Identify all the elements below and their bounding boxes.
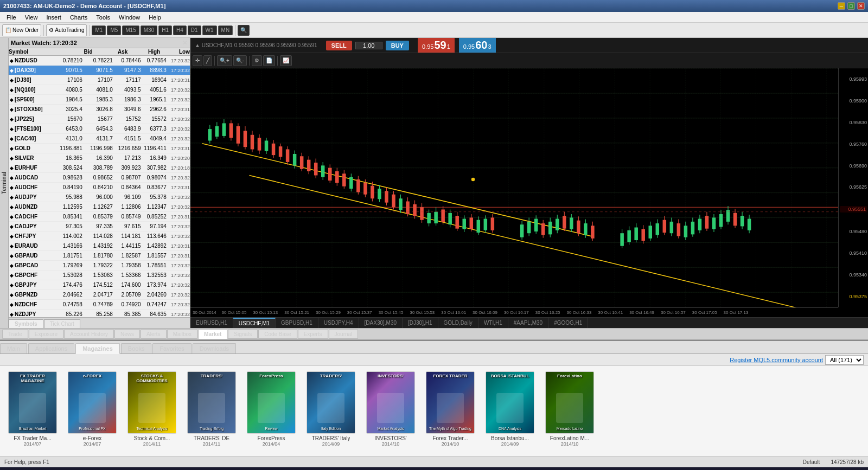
menu-item-charts[interactable]: Charts bbox=[66, 12, 92, 23]
market-watch-row[interactable]: ◆ AUDCAD 0.98628 0.98652 0.98707 0.98074… bbox=[9, 173, 190, 183]
market-watch-row[interactable]: ◆ [DAX30] 9070.5 9071.5 9147.3 8898.3 17… bbox=[9, 66, 190, 75]
zoom-in-tool[interactable]: 🔍+ bbox=[217, 55, 232, 66]
market-watch-row[interactable]: ◆ GOLD 1196.881 1196.998 1216.659 1196.4… bbox=[9, 144, 190, 153]
mw-tab-tick[interactable]: Tick Chart bbox=[44, 319, 80, 328]
magazine-item[interactable]: e-FOREX Professional FX e-Forex2014/07 bbox=[65, 371, 119, 451]
market-watch-row[interactable]: ◆ NZDJPY 85.226 85.258 85.385 84.635 17:… bbox=[9, 310, 190, 317]
bottom-tab-applications[interactable]: Applications bbox=[28, 343, 74, 353]
market-watch-row[interactable]: ◆ [DJ30] 17106 17107 17117 16904 17:20:3… bbox=[9, 75, 190, 85]
maximize-button[interactable]: □ bbox=[847, 2, 855, 10]
magazine-item[interactable]: TRADERS' Trading-Erfolg TRADERS' DE2014/… bbox=[184, 371, 239, 451]
sell-button[interactable]: SELL bbox=[326, 41, 352, 50]
nav-tab-mailbox[interactable]: Mailbox bbox=[167, 329, 197, 339]
register-link[interactable]: Register MQL5.community account bbox=[730, 357, 823, 363]
market-watch-row[interactable]: ◆ GBPJPY 174.476 174.512 174.600 173.974… bbox=[9, 280, 190, 290]
magazine-item[interactable]: BORSA ISTANBUL DNA Analysis Borsa Istanb… bbox=[483, 371, 537, 451]
market-watch-row[interactable]: ◆ CADJPY 97.305 97.335 97.615 97.194 17:… bbox=[9, 222, 190, 231]
bottom-tab-downloads[interactable]: Downloads bbox=[193, 343, 236, 353]
nav-tab-exposure[interactable]: Exposure bbox=[29, 329, 63, 339]
market-watch-row[interactable]: ◆ CADCHF 0.85341 0.85379 0.85749 0.85252… bbox=[9, 212, 190, 222]
tf-m30-button[interactable]: M30 bbox=[141, 25, 157, 35]
chart-tab-usdjpy-h4[interactable]: USDJPY,H4 bbox=[318, 318, 359, 329]
chart-tab-eurusd-h1[interactable]: EURUSD,H1 bbox=[190, 318, 233, 329]
tf-mn-button[interactable]: MN bbox=[218, 25, 233, 35]
magazine-item[interactable]: ForexLatino Mercado Latino ForexLatino M… bbox=[542, 371, 597, 451]
chart-tab--dj30--h1[interactable]: [DJ30],H1 bbox=[403, 318, 438, 329]
market-watch-row[interactable]: ◆ EURHUF 308.524 308.789 309.923 307.982… bbox=[9, 163, 190, 173]
market-watch-row[interactable]: ◆ [SP500] 1984.5 1985.3 1986.3 1965.1 17… bbox=[9, 95, 190, 105]
magazine-item[interactable]: FX TRADER MAGAZINE Brazilian Market FX T… bbox=[5, 371, 60, 451]
nav-tab-news[interactable]: News bbox=[114, 329, 140, 339]
properties-tool[interactable]: ⚙ bbox=[252, 55, 262, 66]
chart-tab-gold-daily[interactable]: GOLD,Daily bbox=[438, 318, 478, 329]
market-watch-row[interactable]: ◆ SILVER 16.365 16.390 17.213 16.349 17:… bbox=[9, 153, 190, 163]
nav-tab-experts[interactable]: Experts bbox=[298, 329, 328, 339]
menu-item-insert[interactable]: Insert bbox=[42, 12, 66, 23]
menu-item-help[interactable]: Help bbox=[144, 12, 165, 23]
magazine-item[interactable]: INVESTORS' Market Analysis INVESTORS'201… bbox=[363, 371, 418, 451]
bottom-tab-books[interactable]: Books bbox=[121, 343, 152, 353]
search-button[interactable]: 🔍 bbox=[238, 25, 250, 36]
line-tool[interactable]: ╱ bbox=[203, 55, 212, 66]
tf-m1-button[interactable]: M1 bbox=[92, 25, 106, 35]
magazine-item[interactable]: ForexPress Review ForexPress2014/04 bbox=[244, 371, 298, 451]
chart-container[interactable]: 0.95993 0.95900 0.95830 0.95760 0.95690 … bbox=[190, 68, 868, 317]
market-watch-row[interactable]: ◆ AUDJPY 95.988 96.000 96.109 95.378 17:… bbox=[9, 192, 190, 202]
tf-m5-button[interactable]: M5 bbox=[107, 25, 121, 35]
market-watch-row[interactable]: ◆ CHFJPY 114.002 114.028 114.181 113.646… bbox=[9, 231, 190, 241]
menu-item-view[interactable]: View bbox=[21, 12, 42, 23]
magazine-item[interactable]: FOREX TRADER The Myth of Algo Trading Fo… bbox=[423, 371, 477, 451]
nav-tab-alerts[interactable]: Alerts bbox=[141, 329, 167, 339]
market-watch-row[interactable]: ◆ AUDNZD 1.12595 1.12627 1.12806 1.12347… bbox=[9, 202, 190, 212]
tf-w1-button[interactable]: W1 bbox=[202, 25, 217, 35]
nav-tab-account-history[interactable]: Account History bbox=[64, 329, 114, 339]
terminal-tab-vertical[interactable]: Terminal bbox=[1, 172, 7, 194]
quantity-input[interactable] bbox=[355, 42, 382, 49]
bottom-tab-main[interactable]: Main bbox=[0, 343, 27, 353]
zoom-out-tool[interactable]: 🔍- bbox=[233, 55, 247, 66]
market-watch-row[interactable]: ◆ [STOXX50] 3025.4 3026.8 3049.6 2962.6 … bbox=[9, 105, 190, 114]
market-watch-row[interactable]: ◆ GBPCAD 1.79269 1.79322 1.79358 1.78551… bbox=[9, 261, 190, 271]
crosshair-tool[interactable]: ✛ bbox=[193, 55, 202, 66]
magazine-item[interactable]: TRADERS' Italy Edition TRADERS' Italy201… bbox=[304, 371, 358, 451]
market-watch-row[interactable]: ◆ GBPNZD 2.04662 2.04717 2.05709 2.04260… bbox=[9, 290, 190, 300]
magazine-filter-select[interactable]: All (171) bbox=[825, 355, 864, 365]
menu-item-file[interactable]: File bbox=[2, 12, 21, 23]
bottom-tab-favorites[interactable]: Favorites bbox=[152, 343, 191, 353]
close-button[interactable]: ✕ bbox=[857, 2, 865, 10]
chart-tab--goog-h1[interactable]: #GOOG,H1 bbox=[548, 318, 588, 329]
nav-tab-trade[interactable]: Trade bbox=[2, 329, 28, 339]
minimize-button[interactable]: ─ bbox=[838, 2, 845, 10]
bottom-tab-magazines[interactable]: Magazines bbox=[75, 343, 120, 354]
chart-tab-wti-h1[interactable]: WTI,H1 bbox=[478, 318, 508, 329]
magazine-item[interactable]: STOCKS & COMMODITIES Technical Analysis … bbox=[125, 371, 179, 451]
nav-tab-code-base[interactable]: Code Base bbox=[258, 329, 297, 339]
market-watch-row[interactable]: ◆ GBPAUD 1.81751 1.81780 1.82587 1.81557… bbox=[9, 251, 190, 261]
market-watch-row[interactable]: ◆ [CAC40] 4131.0 4131.7 4151.5 4049.4 17… bbox=[9, 134, 190, 144]
chart-tab-usdchf-m1[interactable]: USDCHF,M1 bbox=[233, 318, 276, 329]
market-watch-row[interactable]: ◆ NZDUSD 0.78210 0.78221 0.78446 0.77654… bbox=[9, 56, 190, 66]
template-tool[interactable]: 📄 bbox=[263, 55, 275, 66]
market-watch-row[interactable]: ◆ AUDCHF 0.84190 0.84210 0.84364 0.83677… bbox=[9, 183, 190, 192]
tf-d1-button[interactable]: D1 bbox=[188, 25, 201, 35]
market-watch-row[interactable]: ◆ [JP225] 15670 15677 15752 15572 17:20:… bbox=[9, 114, 190, 124]
nav-tab-journal[interactable]: Journal bbox=[329, 329, 359, 339]
chart-tab-gbpusd-h1[interactable]: GBPUSD,H1 bbox=[276, 318, 318, 329]
indicator-tool[interactable]: 📈 bbox=[280, 55, 292, 66]
menu-item-tools[interactable]: Tools bbox=[92, 12, 114, 23]
buy-button[interactable]: BUY bbox=[386, 41, 409, 50]
new-order-button[interactable]: 📋 New Order bbox=[2, 24, 41, 36]
chart-tab--dax30--m30[interactable]: [DAX30],M30 bbox=[359, 318, 403, 329]
market-watch-row[interactable]: ◆ [FTSE100] 6453.0 6454.3 6483.9 6377.3 … bbox=[9, 124, 190, 134]
auto-trading-button[interactable]: ⚙ AutoTrading bbox=[46, 24, 87, 36]
tf-h1-button[interactable]: H1 bbox=[158, 25, 172, 35]
menu-item-window[interactable]: Window bbox=[114, 12, 144, 23]
market-watch-row[interactable]: ◆ NZDCHF 0.74758 0.74789 0.74920 0.74247… bbox=[9, 300, 190, 310]
market-watch-close-icon[interactable]: ✕ bbox=[182, 39, 188, 47]
mw-tab-symbols[interactable]: Symbols bbox=[9, 319, 43, 328]
market-watch-row[interactable]: ◆ EURAUD 1.43166 1.43192 1.44115 1.42892… bbox=[9, 241, 190, 251]
market-watch-row[interactable]: ◆ GBPCHF 1.53028 1.53063 1.53366 1.32553… bbox=[9, 271, 190, 280]
tf-h4-button[interactable]: H4 bbox=[173, 25, 187, 35]
nav-tab-signals[interactable]: Signals bbox=[228, 329, 258, 339]
market-watch-row[interactable]: ◆ [NQ100] 4080.5 4081.0 4093.5 4051.6 17… bbox=[9, 85, 190, 95]
